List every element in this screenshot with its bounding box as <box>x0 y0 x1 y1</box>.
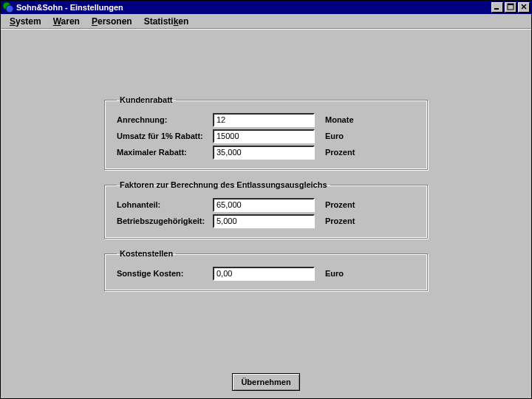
unit-lohnanteil: Prozent <box>325 200 355 209</box>
maximize-icon <box>507 3 514 13</box>
window: Sohn&Sohn - Einstellungen System Waren P… <box>0 0 532 399</box>
minimize-icon <box>494 3 501 13</box>
group-kundenrabatt: Kundenrabatt Anrechnung: Monate Umsatz f… <box>104 95 428 170</box>
input-maxrabatt[interactable] <box>213 146 315 160</box>
input-anrechnung[interactable] <box>213 113 315 127</box>
titlebar: Sohn&Sohn - Einstellungen <box>1 1 531 14</box>
row-betriebszugehoerigkeit: Betriebszugehörigkeit: Prozent <box>117 213 415 229</box>
maximize-button[interactable] <box>505 2 516 13</box>
svg-rect-4 <box>508 4 514 5</box>
unit-sonstigekosten: Euro <box>325 269 344 278</box>
input-betriebszugehoerigkeit[interactable] <box>213 214 315 228</box>
label-anrechnung: Anrechnung: <box>117 115 213 124</box>
label-umsatz: Umsatz für 1% Rabatt: <box>117 132 213 140</box>
label-maxrabatt: Maximaler Rabatt: <box>117 148 213 157</box>
apply-button[interactable]: Übernehmen <box>232 373 300 391</box>
unit-maxrabatt: Prozent <box>325 148 355 157</box>
input-sonstigekosten[interactable] <box>213 267 315 281</box>
row-maxrabatt: Maximaler Rabatt: Prozent <box>117 144 415 160</box>
row-anrechnung: Anrechnung: Monate <box>117 112 415 128</box>
group-kostenstellen: Kostenstellen Sonstige Kosten: Euro <box>104 249 428 291</box>
input-umsatz[interactable] <box>213 129 315 143</box>
menubar: System Waren Personen Statistiken <box>1 14 531 29</box>
close-button[interactable] <box>518 2 530 13</box>
row-umsatz: Umsatz für 1% Rabatt: Euro <box>117 128 415 144</box>
menu-personen[interactable]: Personen <box>86 15 138 28</box>
input-lohnanteil[interactable] <box>213 198 315 212</box>
label-sonstigekosten: Sonstige Kosten: <box>117 269 213 278</box>
unit-umsatz: Euro <box>325 132 344 140</box>
label-lohnanteil: Lohnanteil: <box>117 200 213 209</box>
menu-waren[interactable]: Waren <box>47 15 86 28</box>
svg-point-1 <box>6 5 13 13</box>
window-title: Sohn&Sohn - Einstellungen <box>16 3 490 12</box>
legend-faktoren: Faktoren zur Berechnung des Entlassungsa… <box>117 180 330 189</box>
content-area: Kundenrabatt Anrechnung: Monate Umsatz f… <box>1 29 531 398</box>
unit-anrechnung: Monate <box>325 115 354 124</box>
button-bar: Übernehmen <box>1 373 531 391</box>
menu-system[interactable]: System <box>4 15 47 28</box>
legend-kundenrabatt: Kundenrabatt <box>117 95 176 104</box>
legend-kostenstellen: Kostenstellen <box>117 249 176 258</box>
unit-betriebszugehoerigkeit: Prozent <box>325 216 355 225</box>
row-sonstigekosten: Sonstige Kosten: Euro <box>117 265 415 282</box>
minimize-button[interactable] <box>491 2 503 13</box>
label-betriebszugehoerigkeit: Betriebszugehörigkeit: <box>117 216 213 225</box>
row-lohnanteil: Lohnanteil: Prozent <box>117 197 415 213</box>
close-icon <box>520 3 528 13</box>
group-faktoren: Faktoren zur Berechnung des Entlassungsa… <box>104 180 428 239</box>
svg-rect-2 <box>494 8 499 10</box>
window-controls <box>490 2 530 13</box>
menu-statistiken[interactable]: Statistiken <box>138 15 195 28</box>
app-icon <box>2 1 14 13</box>
